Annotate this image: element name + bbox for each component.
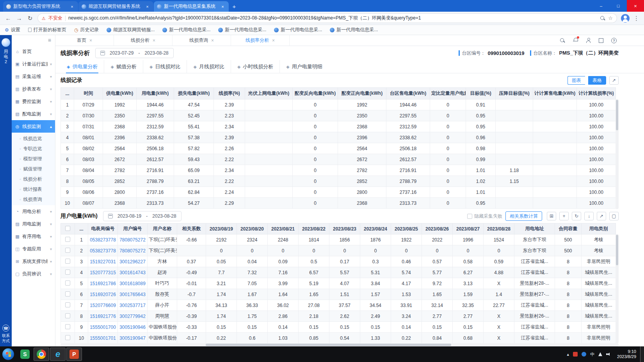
browser-tab[interactable]: 新一代用电信息采集系统 <box>154 1 229 12</box>
link-cell[interactable]: 1555001701 <box>88 333 118 344</box>
scrollbar-thumb[interactable] <box>206 344 451 346</box>
help-icon[interactable] <box>611 38 617 43</box>
refresh-button[interactable] <box>572 212 581 220</box>
tab-close-icon[interactable] <box>69 4 75 9</box>
tab-close-icon[interactable] <box>144 4 150 9</box>
input-method-indicator[interactable]: 中 <box>590 351 594 357</box>
bookmark-star-icon[interactable] <box>608 15 613 21</box>
row-checkbox[interactable] <box>65 280 70 286</box>
bookmark-item[interactable]: 设置 <box>5 27 20 33</box>
notifications-button[interactable] <box>573 37 578 44</box>
select-all-checkbox[interactable] <box>65 226 70 231</box>
show-desktop-button[interactable] <box>640 346 644 362</box>
browser-tab[interactable]: 能源互联网营销服务系统 <box>78 1 153 12</box>
sidebar-item[interactable]: 配电监测 <box>12 108 55 120</box>
bookmark-item[interactable]: 历史记录 <box>74 27 99 33</box>
bookmark-item[interactable]: 新一代用电信息采... <box>274 27 322 33</box>
link-cell[interactable]: 3002537717 <box>118 300 148 311</box>
table-view-button[interactable]: 表格 <box>588 76 606 85</box>
sidebar-item[interactable]: 专题应用 <box>12 243 55 255</box>
scrollbar-thumb[interactable] <box>616 100 618 130</box>
download-button[interactable] <box>584 212 594 220</box>
hidden-icons-button[interactable] <box>567 352 569 357</box>
subtab[interactable]: 日线损对比 <box>143 60 187 73</box>
tab-close-icon[interactable] <box>89 38 92 43</box>
horizontal-scrollbar[interactable] <box>60 343 619 346</box>
export-button[interactable] <box>597 212 606 220</box>
chart-view-button[interactable]: 图表 <box>568 76 585 85</box>
row-checkbox[interactable] <box>65 335 70 340</box>
contact-block[interactable]: 联系方式 <box>2 325 10 343</box>
sidebar-item[interactable]: 用电分析 <box>12 205 55 218</box>
row-checkbox[interactable] <box>65 248 70 253</box>
correlation-calc-button[interactable]: 相关系数计算 <box>505 211 542 221</box>
row-checkbox[interactable] <box>65 259 70 264</box>
search-icon[interactable] <box>560 38 565 43</box>
sidebar-item[interactable]: 计量运行监测 <box>12 58 55 70</box>
row-checkbox[interactable] <box>65 291 70 296</box>
sidebar-subitem[interactable]: 线损分析 <box>12 174 55 184</box>
workspace-tab[interactable]: 首页 <box>55 35 114 46</box>
subtab[interactable]: 用户电量明细 <box>279 60 328 73</box>
sidebar-item[interactable]: 费控监测 <box>12 95 55 108</box>
link-cell[interactable]: 1519227031 <box>88 256 118 267</box>
link-cell[interactable]: 1520777315 <box>88 267 118 278</box>
link-cell[interactable]: 7808075272 <box>118 245 148 256</box>
start-button[interactable] <box>2 348 14 360</box>
date-range-picker[interactable]: 2023-07-29 - 2023-08-28 <box>95 48 174 58</box>
taskbar-powerpoint-button[interactable] <box>66 348 82 361</box>
reload-icon[interactable] <box>27 15 34 22</box>
date-end[interactable]: 2023-08-28 <box>152 213 176 219</box>
bookmark-item[interactable]: 新一代用电信息采... <box>330 27 378 33</box>
maximize-button[interactable] <box>610 0 627 12</box>
link-cell[interactable]: 3001618089 <box>118 278 148 289</box>
scrollbar-thumb[interactable] <box>616 235 618 265</box>
subtab[interactable]: 供电量分析 <box>60 60 104 73</box>
subtab[interactable]: 赋值分析 <box>104 60 142 73</box>
date-start[interactable]: 2023-08-19 <box>117 213 141 219</box>
sidebar-item[interactable]: 线损监测 <box>12 120 55 133</box>
sidebar-subitem[interactable]: 赋值管理 <box>12 164 55 174</box>
hide-failed-checkbox[interactable]: 隐藏采集失败 <box>467 213 502 220</box>
bookmark-item[interactable]: 能源互联网营销服... <box>107 27 155 33</box>
subtab[interactable]: 月线损对比 <box>187 60 230 73</box>
row-checkbox[interactable] <box>65 324 70 329</box>
row-checkbox[interactable] <box>65 302 70 307</box>
fullscreen-button[interactable] <box>609 212 619 220</box>
sidebar-item[interactable]: 采集运维 <box>12 70 55 83</box>
subtab[interactable]: 小时线损分析 <box>231 60 279 73</box>
row-checkbox[interactable] <box>65 237 70 242</box>
browser-tab[interactable]: 新型电力负荷管理系统 <box>3 1 78 12</box>
link-cell[interactable]: 1516921786 <box>88 278 118 289</box>
workspace-tab[interactable]: 线损率分析 <box>231 35 290 46</box>
table-layout-button[interactable] <box>547 212 556 220</box>
taskbar-wps-button[interactable] <box>17 348 33 361</box>
vertical-scrollbar[interactable] <box>616 234 619 343</box>
link-cell[interactable]: 3001296227 <box>118 256 148 267</box>
sidebar-subitem[interactable]: 专职总览 <box>12 144 55 154</box>
tab-close-icon[interactable] <box>211 38 214 43</box>
new-tab-button[interactable] <box>229 2 239 11</box>
collapse-sidebar-icon[interactable] <box>48 37 51 43</box>
date-end[interactable]: 2023-08-28 <box>144 50 168 56</box>
sidebar-item[interactable]: 有序用电 <box>12 230 55 243</box>
zoom-icon[interactable] <box>600 16 605 21</box>
bookmark-item[interactable]: 打开新的标签页 <box>28 27 66 33</box>
taskbar-chrome-button[interactable] <box>34 348 49 361</box>
workspace-tab[interactable]: 线损分析 <box>114 35 173 46</box>
link-cell[interactable]: 0538273778 <box>88 234 118 245</box>
link-cell[interactable]: 0538273778 <box>88 245 118 256</box>
link-cell[interactable]: 1555001700 <box>88 322 118 333</box>
sidebar-item[interactable]: 用电监测 <box>12 218 55 230</box>
taskbar-ie-button[interactable] <box>50 348 66 361</box>
address-bar[interactable]: 不安全 neweic.js.sgcc.com.cn/#/llm/line/Lin… <box>37 13 617 23</box>
sidebar-item[interactable]: 负荷辨识 <box>12 268 55 280</box>
link-cell[interactable]: 1520776609 <box>88 300 118 311</box>
vertical-scrollbar[interactable] <box>616 99 619 209</box>
bookmark-item[interactable]: 新一代用电信息采... <box>162 27 210 33</box>
network-icon[interactable] <box>598 352 602 356</box>
link-cell[interactable]: 3002779942 <box>118 311 148 322</box>
browser-menu-icon[interactable] <box>633 15 639 22</box>
sidebar-item[interactable]: 首页 <box>12 45 55 58</box>
row-checkbox[interactable] <box>65 270 70 275</box>
